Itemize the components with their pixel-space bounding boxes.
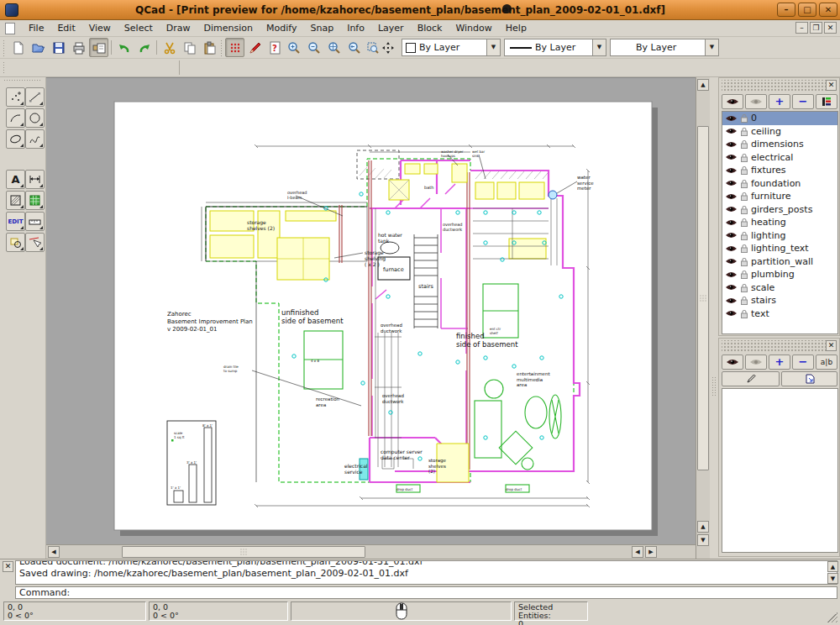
close-button[interactable]: ✕ [819,3,837,17]
zoom-auto-button[interactable] [324,38,344,57]
show-all-layers-button[interactable] [722,94,743,109]
layer-row[interactable]: stairs [722,294,837,307]
menu-item-dimension[interactable]: Dimension [197,21,260,35]
measure-tool-button[interactable] [25,212,45,231]
add-block-button[interactable]: + [769,355,790,370]
insert-image-button[interactable] [25,191,45,210]
ellipses-tool-button[interactable] [6,129,25,149]
remove-layer-button[interactable]: − [792,94,814,109]
remove-block-button[interactable]: − [792,355,814,370]
block-panel-header[interactable]: ✕ [722,340,837,353]
show-all-blocks-button[interactable] [722,355,743,370]
menu-item-help[interactable]: Help [499,21,533,35]
hide-all-blocks-button[interactable] [745,355,767,370]
toolbar-grip[interactable] [220,39,223,56]
layer-lock-icon[interactable] [740,296,748,305]
layer-lock-icon[interactable] [740,113,748,123]
layer-visible-eye-icon[interactable] [725,218,738,227]
linestyle-dropdown[interactable]: By Layer ▼ [610,39,719,56]
vertical-scroll-thumb[interactable] [697,126,709,470]
vertical-scrollbar[interactable]: ▲ ▲ ▼ [696,77,710,559]
shapes-tool-button[interactable] [6,233,25,252]
layer-row[interactable]: text [722,307,837,321]
maximize-button[interactable]: □ [798,3,816,17]
undo-button[interactable] [114,38,134,57]
layer-row[interactable]: partition_wall [722,255,837,269]
layer-lock-icon[interactable] [740,244,748,253]
scroll-down-button[interactable]: ▼ [697,534,709,546]
print-button[interactable] [69,38,88,57]
menu-item-info[interactable]: Info [340,21,371,35]
chevron-down-icon[interactable]: ▼ [592,39,606,55]
layer-lock-icon[interactable] [740,257,748,266]
copy-button[interactable] [180,38,199,57]
save-button[interactable] [49,38,68,57]
select-tool-button[interactable] [25,233,45,252]
menu-item-draw[interactable]: Draw [160,21,197,35]
layer-row[interactable]: plumbing [722,268,837,281]
linewidth-dropdown[interactable]: By Layer ▼ [504,39,606,56]
layer-lock-icon[interactable] [740,165,748,175]
layer-row[interactable]: scale [722,281,837,295]
layer-row[interactable]: ceiling [722,125,837,139]
menu-item-file[interactable]: File [22,21,50,35]
menu-item-select[interactable]: Select [118,21,160,35]
layer-lock-icon[interactable] [740,231,748,240]
layer-lock-icon[interactable] [740,205,748,214]
history-scroll-up[interactable]: ▲ [827,561,838,572]
zoom-out-button[interactable] [304,38,323,57]
scroll-left-button[interactable]: ◀ [48,546,60,558]
splines-tool-button[interactable] [25,129,45,149]
close-icon[interactable]: ✕ [826,340,837,351]
layer-row[interactable]: lighting_text [722,242,837,255]
drawing-canvas[interactable]: ZahorecBasement Improvement Planv 2009-0… [46,77,710,559]
zoom-previous-button[interactable] [344,38,364,57]
layer-row[interactable]: furniture [722,190,837,203]
edit-tool-button[interactable]: EDIT [6,212,25,231]
horizontal-scroll-thumb[interactable] [122,546,365,558]
layer-lock-icon[interactable] [740,127,748,136]
mdi-restore-button[interactable]: ❐ [810,22,822,34]
scroll-up-button[interactable]: ▲ [697,79,709,91]
layer-row[interactable]: 0 [722,112,837,125]
edit-layer-button[interactable] [816,94,837,109]
mdi-close-button[interactable]: ✕ [824,22,837,34]
layer-visible-eye-icon[interactable] [725,297,738,305]
layer-visible-eye-icon[interactable] [725,270,738,279]
layer-row[interactable]: lighting [722,229,837,243]
grid-toggle-button[interactable] [225,38,244,57]
horizontal-scrollbar[interactable]: ◀ ◀ ▶ [46,544,696,559]
menu-item-snap[interactable]: Snap [303,21,340,35]
zoom-in-button[interactable] [284,38,303,57]
layer-lock-icon[interactable] [740,192,748,201]
layer-visible-eye-icon[interactable] [725,166,738,175]
layer-visible-eye-icon[interactable] [725,114,738,123]
menu-item-modify[interactable]: Modify [260,21,303,35]
minimize-button[interactable]: – [777,3,795,17]
command-input[interactable]: Command: [15,586,837,599]
circles-tool-button[interactable] [25,108,45,128]
resize-grip[interactable] [827,612,837,622]
block-list[interactable] [722,388,838,553]
dimension-tool-button[interactable] [25,170,45,189]
rename-block-button[interactable]: a|b [816,355,837,370]
layer-row[interactable]: dimensions [722,138,837,151]
layer-lock-icon[interactable] [740,309,748,318]
panel-splitter[interactable] [710,77,718,559]
menu-item-window[interactable]: Window [449,21,498,35]
menu-item-layer[interactable]: Layer [371,21,411,35]
scroll-right-button[interactable]: ▶ [645,546,657,558]
layer-visible-eye-icon[interactable] [725,231,738,239]
open-file-button[interactable] [29,38,48,57]
toolbar-grip[interactable] [3,39,6,56]
layer-visible-eye-icon[interactable] [725,283,738,291]
layer-lock-icon[interactable] [740,218,748,227]
layer-lock-icon[interactable] [740,139,748,149]
preferences-button[interactable]: ? [265,38,285,57]
layer-visible-eye-icon[interactable] [725,127,738,135]
layer-list[interactable]: 0 ceiling dimensions electrical fixtures… [722,111,838,334]
add-layer-button[interactable]: + [769,94,790,109]
hatch-tool-button[interactable] [6,191,25,210]
color-dropdown[interactable]: By Layer ▼ [402,39,501,56]
insert-block-button[interactable] [781,371,837,386]
